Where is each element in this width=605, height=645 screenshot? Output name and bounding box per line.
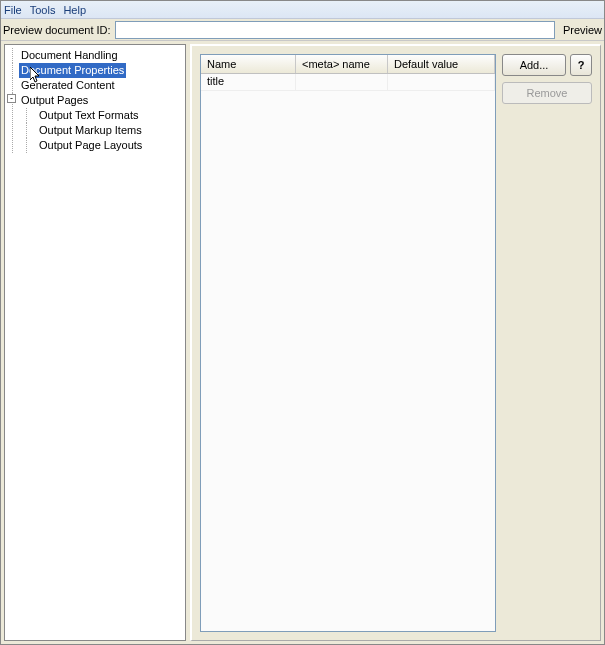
add-button[interactable]: Add... xyxy=(502,54,566,76)
cell-name: title xyxy=(201,74,296,90)
properties-table[interactable]: Name <meta> name Default value title xyxy=(200,54,496,632)
toolbar: Preview document ID: Preview xyxy=(1,19,604,41)
tree-item-generated-content[interactable]: Generated Content xyxy=(19,78,117,93)
tree-toggle-output-pages[interactable]: - xyxy=(7,94,16,103)
col-default-value[interactable]: Default value xyxy=(388,55,495,73)
main-panel: Name <meta> name Default value title Add… xyxy=(190,44,601,641)
tree-item-output-text-formats[interactable]: Output Text Formats xyxy=(37,108,140,123)
table-row[interactable]: title xyxy=(201,74,495,91)
menu-help[interactable]: Help xyxy=(63,4,86,16)
body: Document Handling Document Properties Ge… xyxy=(1,41,604,644)
cell-meta xyxy=(296,74,388,90)
nav-tree[interactable]: Document Handling Document Properties Ge… xyxy=(7,48,183,153)
tree-item-output-page-layouts[interactable]: Output Page Layouts xyxy=(37,138,144,153)
tree-item-document-handling[interactable]: Document Handling xyxy=(19,48,120,63)
app-window: File Tools Help Preview document ID: Pre… xyxy=(0,0,605,645)
preview-id-input[interactable] xyxy=(115,21,555,39)
table-header: Name <meta> name Default value xyxy=(201,55,495,74)
col-meta-name[interactable]: <meta> name xyxy=(296,55,388,73)
tree-item-output-pages[interactable]: Output Pages xyxy=(19,93,90,108)
preview-id-label: Preview document ID: xyxy=(3,24,111,36)
menu-tools[interactable]: Tools xyxy=(30,4,56,16)
tree-item-document-properties[interactable]: Document Properties xyxy=(19,63,126,78)
side-buttons: Add... ? Remove xyxy=(502,54,592,632)
tree-panel: Document Handling Document Properties Ge… xyxy=(4,44,186,641)
menu-file[interactable]: File xyxy=(4,4,22,16)
cell-default xyxy=(388,74,495,90)
menubar: File Tools Help xyxy=(1,1,604,19)
col-name[interactable]: Name xyxy=(201,55,296,73)
preview-label[interactable]: Preview xyxy=(563,24,602,36)
tree-item-output-markup-items[interactable]: Output Markup Items xyxy=(37,123,144,138)
table-body: title xyxy=(201,74,495,631)
help-button[interactable]: ? xyxy=(570,54,592,76)
remove-button[interactable]: Remove xyxy=(502,82,592,104)
